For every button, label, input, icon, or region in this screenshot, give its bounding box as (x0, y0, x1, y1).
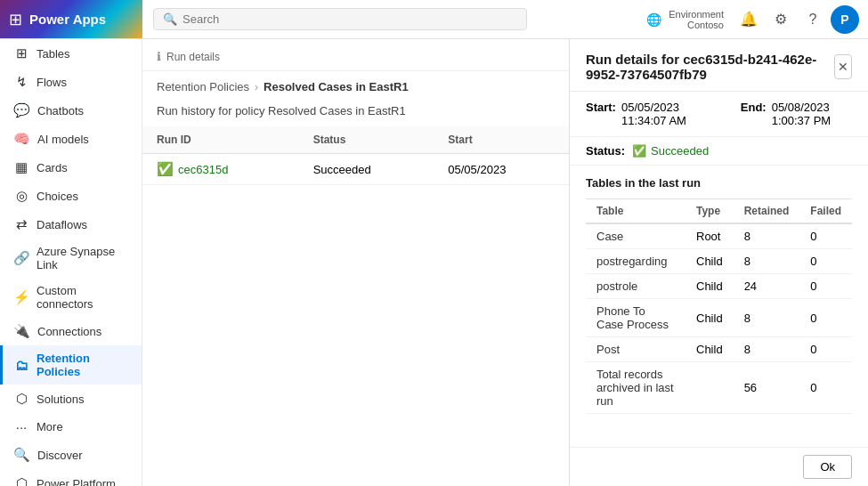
notifications-button[interactable]: 🔔 (734, 5, 763, 34)
sidebar-item-dataflows[interactable]: ⇄ Dataflows (0, 210, 142, 239)
sidebar-item-chatbots[interactable]: 💬 Chatbots (0, 96, 142, 125)
data-table-row: Phone To Case ProcessChild80 (586, 299, 852, 337)
ai-models-icon: 🧠 (13, 131, 30, 147)
sidebar-label-retention-policies: Retention Policies (37, 352, 131, 378)
help-button[interactable]: ? (799, 5, 827, 34)
sidebar-item-discover[interactable]: 🔍 Discover (0, 441, 142, 469)
run-details-label: Run details (166, 51, 220, 63)
sidebar-label-dataflows: Dataflows (37, 218, 87, 231)
cell-table: postregarding (586, 249, 685, 274)
status-cell: Succeeded (299, 154, 434, 185)
sidebar: ⊞ Tables ↯ Flows 💬 Chatbots 🧠 AI models … (0, 39, 142, 486)
environment-name: Contoso (687, 20, 724, 30)
breadcrumb: Retention Policies › Resolved Cases in E… (142, 71, 569, 99)
cell-type: Child (685, 274, 734, 299)
cell-failed: 0 (799, 223, 852, 249)
cell-failed: 0 (799, 362, 852, 414)
connections-icon: 🔌 (13, 323, 30, 339)
ok-button[interactable]: Ok (803, 455, 852, 479)
cell-type: Child (685, 299, 734, 337)
search-icon: 🔍 (163, 12, 177, 26)
start-value: 05/05/2023 11:34:07 AM (621, 101, 705, 127)
col-start: Start (434, 126, 569, 154)
sidebar-item-more[interactable]: ··· More (0, 413, 142, 441)
breadcrumb-separator: › (255, 81, 258, 93)
avatar-button[interactable]: P (831, 5, 859, 34)
choices-icon: ◎ (13, 188, 29, 204)
sidebar-item-cards[interactable]: ▦ Cards (0, 153, 142, 182)
data-table: Table Type Retained Failed CaseRoot80pos… (586, 198, 852, 414)
sidebar-item-solutions[interactable]: ⬡ Solutions (0, 385, 142, 413)
cell-table: postrole (586, 274, 685, 299)
cell-retained: 8 (734, 223, 800, 249)
sidebar-label-flows: Flows (37, 76, 67, 89)
sidebar-label-chatbots: Chatbots (37, 104, 84, 117)
environment-icon: 🌐 (646, 12, 661, 27)
detail-meta: Start: 05/05/2023 11:34:07 AM End: 05/08… (570, 92, 868, 137)
cell-retained: 8 (734, 337, 800, 362)
sidebar-item-retention-policies[interactable]: 🗂 Retention Policies (0, 345, 142, 385)
sidebar-label-ai-models: AI models (37, 133, 89, 146)
sidebar-item-connections[interactable]: 🔌 Connections (0, 317, 142, 345)
sidebar-item-flows[interactable]: ↯ Flows (0, 68, 142, 96)
discover-icon: 🔍 (13, 447, 30, 463)
cell-failed: 0 (799, 274, 852, 299)
search-bar[interactable]: 🔍 (153, 8, 527, 30)
detail-title: Run details for cec6315d-b241-462e-9952-… (586, 52, 834, 82)
col-type: Type (685, 199, 734, 224)
close-button[interactable]: ✕ (834, 54, 852, 79)
status-label: Status: (586, 144, 625, 158)
run-history-title: Run history for policy Resolved Cases in… (142, 99, 569, 126)
more-icon: ··· (13, 419, 29, 434)
environment-label: Environment (669, 9, 724, 20)
dataflows-icon: ⇄ (13, 216, 29, 232)
end-label: End: (741, 101, 767, 127)
sidebar-item-custom-connectors[interactable]: ⚡ Custom connectors (0, 278, 142, 317)
right-panel: Run details for cec6315d-b241-462e-9952-… (570, 39, 868, 486)
col-retained: Retained (734, 199, 800, 224)
power-platform-icon: ⬡ (13, 475, 29, 486)
sidebar-label-discover: Discover (37, 449, 83, 462)
status-check-icon: ✅ (632, 144, 646, 158)
top-bar: ⊞ Power Apps 🔍 🌐 Environment Contoso 🔔 ⚙… (0, 0, 868, 39)
sidebar-item-azure-synapse[interactable]: 🔗 Azure Synapse Link (0, 239, 142, 278)
flows-icon: ↯ (13, 74, 29, 90)
col-run-id: Run ID (142, 126, 299, 154)
search-input[interactable] (183, 12, 517, 26)
run-id-value: cec6315d (178, 163, 228, 176)
sidebar-item-power-platform[interactable]: ⬡ Power Platform (0, 469, 142, 486)
run-table-section: Run ID Status Start ✅ cec6315d Succe (142, 126, 569, 486)
sidebar-label-azure-synapse: Azure Synapse Link (37, 245, 131, 271)
status-ok: ✅ Succeeded (632, 144, 709, 158)
cell-table: Total records archived in last run (586, 362, 685, 414)
cell-type: Root (685, 223, 734, 249)
cell-retained: 24 (734, 274, 800, 299)
sidebar-item-tables[interactable]: ⊞ Tables (0, 39, 142, 68)
sidebar-item-ai-models[interactable]: 🧠 AI models (0, 125, 142, 153)
table-row[interactable]: ✅ cec6315d Succeeded 05/05/2023 (142, 154, 569, 185)
sidebar-item-choices[interactable]: ◎ Choices (0, 182, 142, 210)
cell-failed: 0 (799, 249, 852, 274)
tables-section: Tables in the last run Table Type Retain… (570, 166, 868, 447)
main-content: ℹ Run details Retention Policies › Resol… (142, 39, 868, 486)
end-value: 05/08/2023 1:00:37 PM (772, 101, 852, 127)
run-id-with-status: ✅ cec6315d (157, 161, 285, 177)
ok-btn-area: Ok (570, 447, 868, 486)
run-id-cell: ✅ cec6315d (142, 154, 299, 185)
retention-policies-icon: 🗂 (13, 358, 29, 373)
sidebar-label-more: More (37, 420, 63, 433)
settings-button[interactable]: ⚙ (767, 5, 795, 34)
cell-table: Phone To Case Process (586, 299, 685, 337)
status-value: Succeeded (651, 144, 709, 158)
waffle-icon[interactable]: ⊞ (9, 10, 22, 29)
status-row: Status: ✅ Succeeded (570, 137, 868, 166)
chatbots-icon: 💬 (13, 102, 30, 118)
sidebar-label-custom-connectors: Custom connectors (37, 284, 131, 311)
tables-section-title: Tables in the last run (586, 176, 852, 190)
left-panel: ℹ Run details Retention Policies › Resol… (142, 39, 570, 486)
col-status: Status (299, 126, 434, 154)
breadcrumb-parent[interactable]: Retention Policies (157, 80, 249, 93)
solutions-icon: ⬡ (13, 391, 29, 407)
data-table-row: postroleChild240 (586, 274, 852, 299)
app-brand: ⊞ Power Apps (0, 0, 142, 38)
